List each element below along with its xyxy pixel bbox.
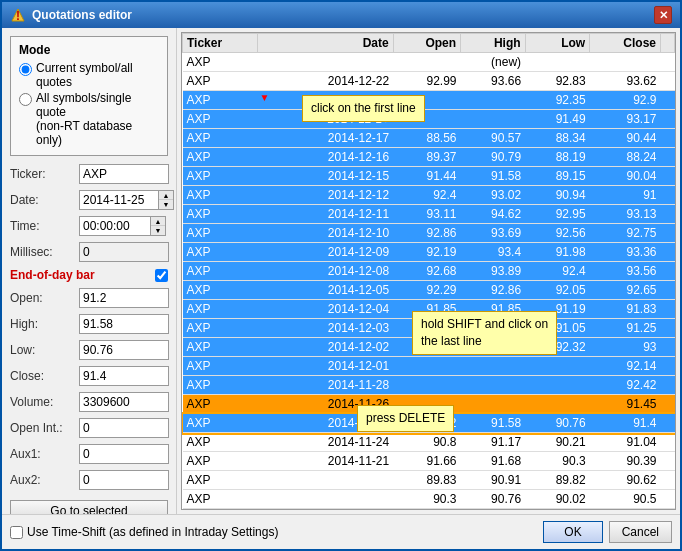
cell-ticker: AXP	[183, 91, 258, 110]
aux2-label: Aux2:	[10, 473, 75, 487]
table-row[interactable]: AXP2014-12-0192.14	[183, 357, 675, 376]
cell-low	[525, 53, 590, 72]
cell-close: 93.17	[590, 110, 661, 129]
close-row: Close:	[10, 366, 168, 386]
dialog-buttons: OK Cancel	[543, 521, 672, 543]
eod-checkbox[interactable]	[155, 269, 168, 282]
mode-option1-radio[interactable]	[19, 63, 32, 76]
table-row[interactable]: AXP2014-11-1890.2190.9390.0390.58	[183, 509, 675, 511]
tooltip-click-first: click on the first line	[302, 95, 425, 122]
date-input-wrapper: ▲ ▼	[79, 190, 174, 210]
table-row[interactable]: AXP2014-12-0592.2992.8692.0592.65	[183, 281, 675, 300]
table-row[interactable]: AXP2014-11-2892.42	[183, 376, 675, 395]
bottom-bar: Use Time-Shift (as defined in Intraday S…	[2, 514, 680, 549]
table-row[interactable]: AXP89.8390.9189.8290.62	[183, 471, 675, 490]
date-input[interactable]	[79, 190, 159, 210]
table-row[interactable]: AXP90.390.7690.0290.5	[183, 490, 675, 509]
title-bar-left: ! Quotations editor	[10, 7, 132, 23]
tooltip-delete: press DELETE	[357, 405, 454, 432]
table-row[interactable]: AXP2014-12-1689.3790.7988.1988.24	[183, 148, 675, 167]
cell-date: 2014-12-22	[257, 72, 393, 91]
cell-high	[461, 91, 526, 110]
cell-ticker: AXP	[183, 110, 258, 129]
open-label: Open:	[10, 291, 75, 305]
ticker-label: Ticker:	[10, 167, 75, 181]
open-row: Open:	[10, 288, 168, 308]
close-button[interactable]: ✕	[654, 6, 672, 24]
openint-input[interactable]	[79, 418, 169, 438]
date-down-btn[interactable]: ▼	[159, 200, 173, 209]
quotes-table: Ticker Date Open High Low Close AXP	[182, 33, 675, 510]
col-header-high: High	[461, 34, 526, 53]
close-input[interactable]	[79, 366, 169, 386]
low-row: Low:	[10, 340, 168, 360]
go-to-selected-button[interactable]: Go to selected	[10, 500, 168, 514]
table-row[interactable]: AXP (new)	[183, 53, 675, 72]
high-input[interactable]	[79, 314, 169, 334]
right-panel: Ticker Date Open High Low Close AXP	[177, 28, 680, 514]
tooltip-shift-click: hold SHIFT and click onthe last line	[412, 311, 557, 355]
svg-text:!: !	[16, 9, 20, 22]
cell-high	[461, 110, 526, 129]
mode-option2-row: All symbols/single quote(non-RT database…	[19, 91, 159, 147]
cell-close: 92.9	[590, 91, 661, 110]
cell-open: 92.99	[393, 72, 460, 91]
go-to-selected-row: Go to selected	[10, 500, 168, 514]
time-down-btn[interactable]: ▼	[151, 226, 165, 235]
close-label: Close:	[10, 369, 75, 383]
time-input[interactable]	[79, 216, 151, 236]
time-row: Time: ▲ ▼	[10, 216, 168, 236]
window-title: Quotations editor	[32, 8, 132, 22]
table-row[interactable]: AXP 2014-12-1● 91.49 93.17	[183, 110, 675, 129]
cancel-button[interactable]: Cancel	[609, 521, 672, 543]
table-row[interactable]: AXP2014-12-1788.5690.5788.3490.44	[183, 129, 675, 148]
col-header-date: Date	[257, 34, 393, 53]
table-row[interactable]: AXP2014-12-0892.6893.8992.493.56	[183, 262, 675, 281]
table-container[interactable]: Ticker Date Open High Low Close AXP	[181, 32, 676, 510]
volume-input[interactable]	[79, 392, 169, 412]
date-up-btn[interactable]: ▲	[159, 191, 173, 200]
low-label: Low:	[10, 343, 75, 357]
table-row[interactable]: AXP2014-12-1193.1194.6292.9593.13	[183, 205, 675, 224]
millisec-input[interactable]	[79, 242, 169, 262]
low-input[interactable]	[79, 340, 169, 360]
time-shift-checkbox[interactable]	[10, 526, 23, 539]
table-row[interactable]: AXP2014-12-1292.493.0290.9491	[183, 186, 675, 205]
time-shift-row: Use Time-Shift (as defined in Intraday S…	[10, 525, 278, 539]
table-row[interactable]: AXP2014-11-2191.6691.6890.390.39	[183, 452, 675, 471]
title-bar: ! Quotations editor ✕	[2, 2, 680, 28]
aux2-input[interactable]	[79, 470, 169, 490]
cell-date	[257, 53, 393, 72]
mode-option1-row: Current symbol/all quotes	[19, 61, 159, 89]
time-up-btn[interactable]: ▲	[151, 217, 165, 226]
volume-row: Volume:	[10, 392, 168, 412]
col-header-close: Close	[590, 34, 661, 53]
mode-option2-radio[interactable]	[19, 93, 32, 106]
col-header-scroll	[661, 34, 675, 53]
table-row[interactable]: AXP2014-12-0992.1993.491.9893.36	[183, 243, 675, 262]
volume-label: Volume:	[10, 395, 75, 409]
millisec-row: Millisec:	[10, 242, 168, 262]
ok-button[interactable]: OK	[543, 521, 602, 543]
aux1-input[interactable]	[79, 444, 169, 464]
open-input[interactable]	[79, 288, 169, 308]
table-row[interactable]: AXP2014-12-1092.8693.6992.5692.75	[183, 224, 675, 243]
ticker-input[interactable]	[79, 164, 169, 184]
table-row[interactable]: AXP2014-12-1591.4491.5889.1590.04	[183, 167, 675, 186]
date-label: Date:	[10, 193, 75, 207]
time-label: Time:	[10, 219, 75, 233]
table-row[interactable]: AXP2014-11-2490.891.1790.2191.04	[183, 433, 675, 452]
cell-open	[393, 53, 460, 72]
eod-row: End-of-day bar	[10, 268, 168, 282]
time-input-wrapper: ▲ ▼	[79, 216, 168, 236]
table-row[interactable]: AXP 2014-12-22 92.99 93.66 92.83 93.62	[183, 72, 675, 91]
high-label: High:	[10, 317, 75, 331]
cell-low: 91.49	[525, 110, 590, 129]
mode-option2-label: All symbols/single quote(non-RT database…	[36, 91, 159, 147]
table-row[interactable]: AXP ▼ 2014-12-1● 92.35 92.9	[183, 91, 675, 110]
cell-ticker: AXP	[183, 53, 258, 72]
cell-high: (new)	[461, 53, 526, 72]
high-row: High:	[10, 314, 168, 334]
left-panel: Mode Current symbol/all quotes All symbo…	[2, 28, 177, 514]
app-icon: !	[10, 7, 26, 23]
